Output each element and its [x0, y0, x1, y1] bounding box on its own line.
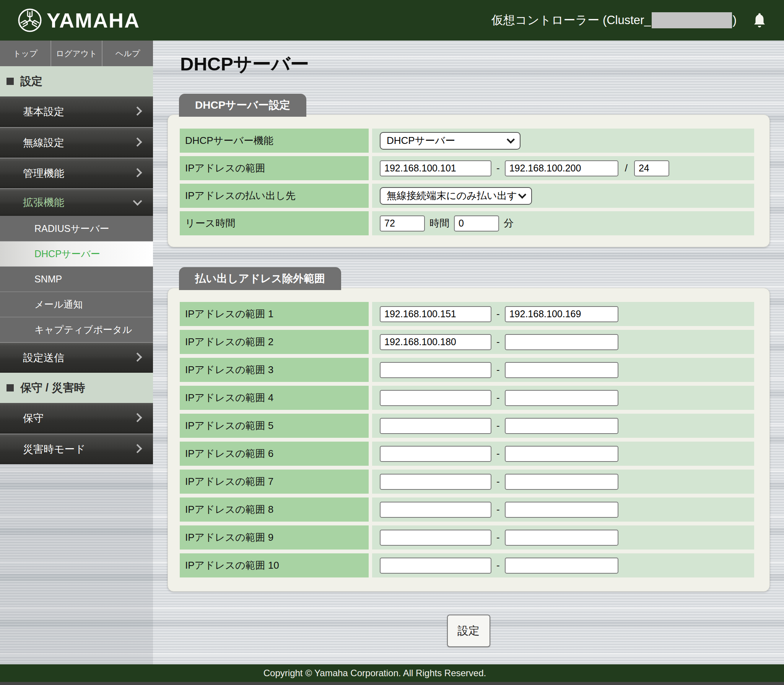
ip-range-end-input[interactable]	[505, 160, 618, 176]
exclusion-range-1-label: IPアドレスの範囲 1	[185, 307, 273, 321]
yamaha-logo: YAMAHA	[17, 7, 140, 33]
lease-time-label: リース時間	[185, 217, 235, 230]
exclusion-range-6-end-input[interactable]	[505, 446, 618, 462]
main-content: DHCPサーバー DHCPサーバー設定 DHCPサーバー機能 DHCPサーバー …	[153, 41, 784, 664]
exclusion-range-1-end-input[interactable]	[505, 306, 618, 322]
sidebar-item-extended-functions[interactable]: 拡張機能	[0, 188, 153, 216]
ip-range-label: IPアドレスの範囲	[185, 161, 265, 175]
exclusion-range-9-label: IPアドレスの範囲 9	[185, 531, 273, 544]
sidebar-empty-area	[0, 464, 153, 664]
chevron-right-icon	[133, 137, 142, 147]
page-footer: Copyright © Yamaha Corporation. All Righ…	[0, 664, 784, 685]
sidebar-navigation: トップ ログアウト ヘルプ 設定 基本設定 無線設定 管理機能 拡張機能 RAD…	[0, 41, 153, 664]
dhcp-function-label: DHCPサーバー機能	[185, 134, 273, 147]
dhcp-settings-panel: DHCPサーバー機能 DHCPサーバー IPアドレスの範囲 - /	[168, 114, 770, 247]
lease-target-select[interactable]: 無線接続端末にのみ払い出す	[380, 187, 532, 205]
exclusion-row-3: IPアドレスの範囲 3 -	[180, 358, 754, 382]
exclusion-range-2-start-input[interactable]	[380, 334, 491, 350]
exclusion-range-9-start-input[interactable]	[380, 530, 491, 546]
lease-hours-unit: 時間	[429, 217, 449, 230]
sidebar-item-disaster-mode[interactable]: 災害時モード	[0, 434, 153, 464]
square-bullet-icon	[7, 384, 14, 391]
sidebar-section-maintenance: 保守 / 災害時	[0, 373, 153, 403]
app-header: YAMAHA 仮想コントローラー (Cluster_)	[0, 0, 784, 41]
exclusion-row-5: IPアドレスの範囲 5 -	[180, 414, 754, 438]
exclusion-row-9: IPアドレスの範囲 9 -	[180, 525, 754, 550]
tab-logout[interactable]: ログアウト	[50, 41, 102, 66]
square-bullet-icon	[7, 78, 14, 85]
form-row-ip-range: IPアドレスの範囲 - /	[180, 156, 754, 180]
lease-hours-input[interactable]	[380, 215, 425, 232]
prefix-slash: /	[625, 162, 628, 174]
exclusion-row-8: IPアドレスの範囲 8 -	[180, 497, 754, 522]
range-dash: -	[496, 162, 500, 174]
form-row-lease-target: IPアドレスの払い出し先 無線接続端末にのみ払い出す	[180, 184, 754, 208]
lease-target-label: IPアドレスの払い出し先	[185, 189, 296, 202]
exclusion-row-4: IPアドレスの範囲 4 -	[180, 386, 754, 410]
exclusion-row-7: IPアドレスの範囲 7 -	[180, 470, 754, 494]
dhcp-function-select[interactable]: DHCPサーバー	[380, 132, 520, 150]
sidebar-item-management[interactable]: 管理機能	[0, 158, 153, 188]
sidebar-item-radius-server[interactable]: RADIUSサーバー	[0, 216, 153, 241]
chevron-down-icon	[133, 197, 142, 206]
exclusion-range-1-start-input[interactable]	[380, 306, 491, 322]
exclusion-range-8-start-input[interactable]	[380, 502, 491, 518]
notification-bell-icon[interactable]	[753, 12, 766, 28]
exclusion-range-6-start-input[interactable]	[380, 446, 491, 462]
sidebar-item-snmp[interactable]: SNMP	[0, 266, 153, 292]
exclusion-range-10-start-input[interactable]	[380, 558, 491, 574]
exclusion-range-3-start-input[interactable]	[380, 362, 491, 378]
exclusion-range-3-end-input[interactable]	[505, 362, 618, 378]
exclusion-range-4-label: IPアドレスの範囲 4	[185, 391, 273, 404]
exclusion-range-10-label: IPアドレスの範囲 10	[185, 559, 279, 572]
section-tab-dhcp-settings: DHCPサーバー設定	[179, 94, 306, 117]
ip-range-start-input[interactable]	[380, 160, 491, 176]
chevron-down-icon	[518, 191, 526, 199]
sidebar-item-basic-settings[interactable]: 基本設定	[0, 96, 153, 127]
copyright-text: Copyright © Yamaha Corporation. All Righ…	[264, 668, 486, 678]
exclusion-range-7-label: IPアドレスの範囲 7	[185, 475, 273, 488]
exclusion-range-5-start-input[interactable]	[380, 418, 491, 434]
sidebar-section-settings: 設定	[0, 66, 153, 96]
tab-help[interactable]: ヘルプ	[102, 41, 153, 66]
exclusion-range-panel: IPアドレスの範囲 1 - IPアドレスの範囲 2 - IPアドレスの範囲 3	[168, 288, 770, 592]
tab-top[interactable]: トップ	[0, 41, 50, 66]
sidebar-item-maintenance[interactable]: 保守	[0, 403, 153, 434]
dhcp-server-settings-page: { "header": { "brand": "YAMAHA", "contro…	[0, 0, 784, 685]
exclusion-range-5-end-input[interactable]	[505, 418, 618, 434]
lease-minutes-unit: 分	[504, 217, 514, 230]
exclusion-range-9-end-input[interactable]	[505, 530, 618, 546]
exclusion-range-4-start-input[interactable]	[380, 390, 491, 406]
sidebar-top-tabs: トップ ログアウト ヘルプ	[0, 41, 153, 66]
exclusion-range-5-label: IPアドレスの範囲 5	[185, 419, 273, 432]
yamaha-tuning-forks-icon	[17, 7, 43, 33]
exclusion-range-10-end-input[interactable]	[505, 558, 618, 574]
chevron-right-icon	[133, 168, 142, 177]
exclusion-range-4-end-input[interactable]	[505, 390, 618, 406]
exclusion-range-3-label: IPアドレスの範囲 3	[185, 363, 273, 377]
exclusion-range-2-end-input[interactable]	[505, 334, 618, 350]
exclusion-row-2: IPアドレスの範囲 2 -	[180, 330, 754, 354]
chevron-down-icon	[507, 136, 515, 144]
page-title: DHCPサーバー	[180, 54, 784, 74]
sidebar-item-captive-portal[interactable]: キャプティブポータル	[0, 317, 153, 342]
exclusion-row-10: IPアドレスの範囲 10 -	[180, 553, 754, 577]
prefix-length-input[interactable]	[634, 160, 669, 176]
form-row-dhcp-function: DHCPサーバー機能 DHCPサーバー	[180, 129, 754, 153]
section-tab-exclusion-range: 払い出しアドレス除外範囲	[179, 267, 341, 290]
exclusion-range-8-end-input[interactable]	[505, 502, 618, 518]
exclusion-row-6: IPアドレスの範囲 6 -	[180, 442, 754, 466]
sidebar-item-wireless-settings[interactable]: 無線設定	[0, 127, 153, 158]
chevron-right-icon	[133, 106, 142, 116]
apply-settings-button[interactable]: 設定	[447, 615, 490, 647]
chevron-right-icon	[133, 444, 142, 453]
exclusion-range-7-end-input[interactable]	[505, 474, 618, 490]
lease-minutes-input[interactable]	[454, 215, 499, 232]
sidebar-item-send-config[interactable]: 設定送信	[0, 342, 153, 373]
exclusion-range-8-label: IPアドレスの範囲 8	[185, 503, 273, 516]
chevron-right-icon	[133, 352, 142, 362]
exclusion-row-1: IPアドレスの範囲 1 -	[180, 302, 754, 326]
exclusion-range-7-start-input[interactable]	[380, 474, 491, 490]
sidebar-item-mail-notification[interactable]: メール通知	[0, 292, 153, 317]
sidebar-item-dhcp-server[interactable]: DHCPサーバー	[0, 241, 153, 266]
